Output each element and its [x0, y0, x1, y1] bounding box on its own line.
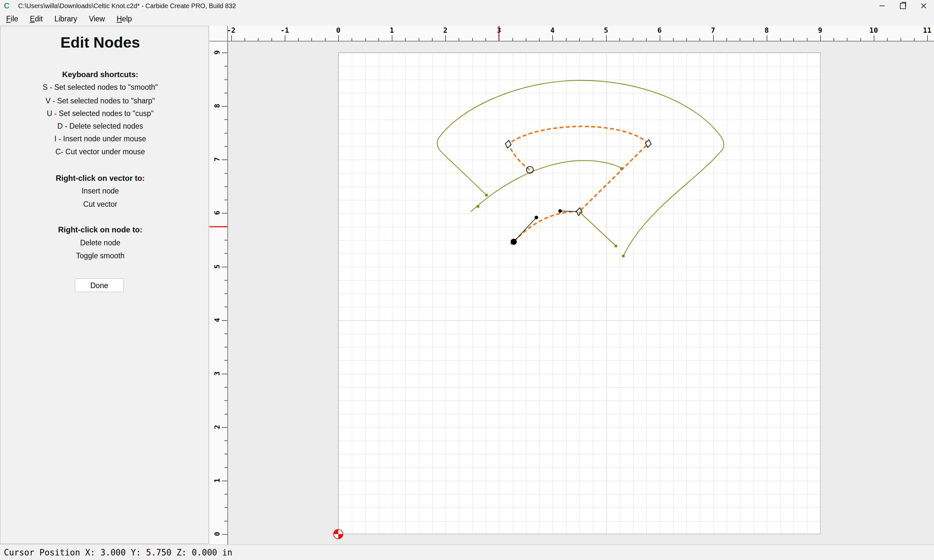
cursor-position-readout: Cursor Position X: 3.000 Y: 5.750 Z: 0.0…: [4, 548, 232, 557]
endpoint-square-node[interactable]: [477, 205, 479, 208]
selected-vector-path[interactable]: [508, 126, 648, 242]
ruler-label: 0: [213, 529, 221, 540]
ruler-tick: [224, 79, 227, 80]
ruler-tick: [224, 414, 227, 414]
horizontal-ruler: -2-101234567891011: [228, 26, 934, 42]
ruler-label: 7: [711, 26, 715, 34]
ruler-tick: [780, 38, 781, 41]
ruler-tick: [874, 35, 874, 41]
ruler-tick: [224, 400, 227, 401]
endpoint-square-node[interactable]: [579, 212, 581, 214]
fan-outline-path[interactable]: [437, 80, 724, 256]
ruler-tick: [222, 320, 227, 321]
endpoint-square-node[interactable]: [622, 255, 624, 257]
ruler-tick: [526, 38, 526, 41]
ruler-tick: [224, 306, 227, 307]
menu-file[interactable]: File: [1, 15, 24, 23]
ruler-tick: [351, 38, 352, 41]
ruler-tick: [231, 35, 232, 41]
ruler-tick: [224, 200, 227, 200]
endpoint-square-node[interactable]: [485, 194, 488, 196]
ruler-tick: [224, 347, 227, 348]
ruler-tick: [224, 387, 227, 388]
menu-library[interactable]: Library: [49, 15, 83, 23]
control-handle-dot[interactable]: [558, 209, 562, 213]
ruler-tick: [224, 454, 227, 454]
ruler-tick: [224, 240, 227, 240]
ruler-tick: [311, 38, 312, 41]
restore-button[interactable]: [892, 0, 913, 12]
ruler-label: 2: [443, 26, 447, 34]
menu-edit[interactable]: Edit: [24, 15, 48, 23]
ruler-tick: [224, 119, 227, 120]
ruler-tick: [633, 38, 633, 41]
ruler-tick: [754, 38, 754, 41]
ruler-tick: [927, 35, 928, 41]
ruler-tick: [224, 146, 227, 147]
ruler-tick: [224, 494, 227, 495]
ruler-tick: [901, 38, 901, 41]
shortcut-sharp: V - Set selected nodes to "sharp": [0, 97, 200, 105]
menu-bar: File Edit Library View Help: [0, 12, 934, 26]
close-button[interactable]: [913, 0, 934, 12]
selected-node[interactable]: [511, 239, 517, 245]
diamond-node[interactable]: [505, 140, 512, 149]
endpoint-square-node[interactable]: [620, 167, 623, 170]
ruler-tick: [224, 280, 227, 281]
ruler-tick: [258, 38, 259, 41]
app-icon: C: [4, 1, 9, 10]
ruler-tick: [224, 133, 227, 134]
menu-help[interactable]: Help: [111, 15, 137, 23]
ruler-label: 2: [213, 421, 221, 432]
knot-strand-path[interactable]: [580, 212, 616, 246]
page-title: Edit Nodes: [0, 33, 200, 51]
ruler-tick: [224, 253, 227, 254]
ruler-tick: [660, 35, 660, 41]
ruler-tick: [392, 35, 392, 41]
shortcut-insert: I - Insert node under mouse: [0, 134, 200, 143]
ruler-tick: [793, 38, 794, 41]
restore-icon: [900, 3, 906, 9]
shortcut-cut: C- Cut vector under mouse: [0, 148, 200, 156]
ruler-label: 3: [213, 368, 221, 379]
ruler-tick: [222, 52, 227, 53]
control-handle-dot[interactable]: [535, 216, 538, 219]
ruler-tick: [224, 186, 227, 187]
ruler-tick: [673, 38, 674, 41]
ruler-label: 1: [213, 475, 221, 486]
ruler-label: 6: [657, 26, 661, 34]
minimize-button[interactable]: [872, 0, 892, 12]
ruler-tick: [485, 38, 486, 41]
ruler-tick: [224, 507, 227, 508]
design-canvas[interactable]: [228, 42, 934, 545]
endpoint-square-node[interactable]: [615, 245, 617, 247]
ruler-label: 4: [213, 314, 221, 325]
ruler-label: 4: [550, 26, 555, 34]
ruler-tick: [271, 38, 272, 41]
ruler-tick: [459, 38, 459, 41]
done-button[interactable]: Done: [75, 278, 123, 292]
ruler-tick: [445, 35, 446, 41]
ruler-tick: [834, 38, 834, 41]
ruler-label: 1: [390, 26, 394, 34]
origin-marker-quadrant: [338, 534, 343, 539]
ruler-tick: [472, 38, 473, 41]
handle-line[interactable]: [514, 217, 536, 242]
close-icon: [921, 3, 926, 9]
ruler-label: 5: [213, 261, 221, 272]
ruler-tick: [539, 38, 539, 41]
menu-view[interactable]: View: [83, 15, 110, 23]
ruler-tick: [512, 38, 513, 41]
ruler-tick: [914, 38, 914, 41]
ruler-tick: [807, 38, 808, 41]
ruler-tick: [222, 534, 227, 535]
inner-arc-path[interactable]: [471, 160, 622, 212]
ruler-tick: [740, 38, 740, 41]
ruler-tick: [285, 35, 285, 41]
ruler-tick: [378, 38, 379, 41]
ruler-tick: [620, 38, 620, 41]
ruler-label: 7: [213, 154, 221, 165]
ruler-tick: [419, 38, 419, 41]
ruler-tick: [552, 35, 553, 41]
ruler-tick: [222, 374, 227, 374]
